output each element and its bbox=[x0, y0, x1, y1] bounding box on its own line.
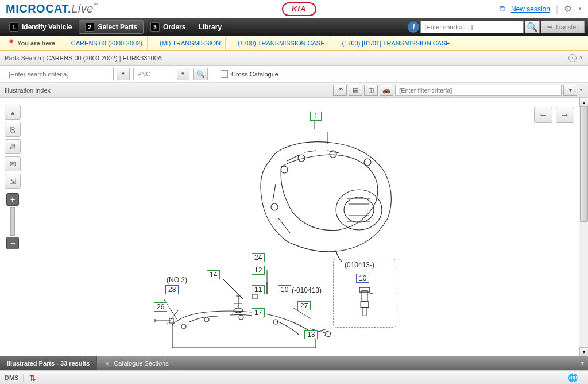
undo-button[interactable]: ↶ bbox=[333, 85, 347, 96]
svg-point-2 bbox=[281, 166, 288, 173]
callout-13[interactable]: 13 bbox=[304, 330, 318, 339]
copy-button[interactable]: ⎘ bbox=[5, 122, 21, 137]
nav-identify-vehicle[interactable]: 1Identify Vehicle bbox=[3, 21, 78, 33]
globe-icon[interactable]: 🌐 bbox=[562, 373, 583, 382]
annotation-no2: (NO.2) bbox=[167, 276, 187, 284]
nav-select-parts[interactable]: 2Select Parts bbox=[79, 20, 144, 34]
callout-11[interactable]: 11 bbox=[252, 285, 265, 294]
callout-28[interactable]: 28 bbox=[165, 285, 179, 294]
pin-icon: 📍 bbox=[7, 39, 16, 47]
shortcut-search-button[interactable]: 🔍 bbox=[525, 21, 540, 33]
callout-14[interactable]: 14 bbox=[207, 270, 220, 279]
cross-catalogue-checkbox[interactable] bbox=[220, 70, 228, 78]
split-view-button[interactable]: ◫ bbox=[364, 85, 378, 96]
lower-assembly-svg bbox=[149, 293, 345, 351]
parts-diagram[interactable]: 1 24 12 14 11 10 17 28 26 27 13 10 (NO.2… bbox=[34, 103, 571, 351]
svg-point-1 bbox=[344, 197, 374, 222]
sensor-svg bbox=[334, 259, 396, 327]
breadcrumb-item-vehicle[interactable]: CARENS 00 (2000-2002) bbox=[67, 40, 147, 47]
breadcrumb-item-group[interactable]: (MI) TRANSMISSION bbox=[155, 40, 225, 47]
tab-illustrated-parts[interactable]: Illustrated Parts - 33 results bbox=[0, 356, 97, 370]
vertical-scrollbar[interactable]: ▴ ▾ bbox=[579, 98, 588, 356]
svg-point-10 bbox=[239, 315, 243, 320]
scroll-up-button[interactable]: ▴ bbox=[579, 98, 588, 107]
svg-point-11 bbox=[273, 320, 278, 324]
annotation-010413a: (-010413) bbox=[292, 286, 322, 294]
info-small-icon[interactable]: i bbox=[568, 54, 577, 62]
annotation-010413b: (010413-) bbox=[345, 261, 374, 269]
transfer-icon: ➥ bbox=[547, 24, 552, 31]
dms-label: DMS bbox=[5, 374, 24, 381]
svg-point-5 bbox=[364, 159, 371, 166]
info-icon[interactable]: i bbox=[408, 21, 419, 33]
illustration-toolbar: Illustration Index ↶ ▦ ◫ 🚗 ▾ ▼ bbox=[0, 83, 588, 98]
svg-point-12 bbox=[234, 308, 243, 313]
search-criteria-input[interactable] bbox=[5, 68, 114, 80]
vehicle-view-button[interactable]: 🚗 bbox=[380, 85, 393, 96]
scroll-down-button[interactable]: ▾ bbox=[579, 347, 588, 356]
breadcrumb-here: 📍You are here bbox=[3, 39, 59, 47]
funnel-button[interactable]: ▾ bbox=[563, 85, 577, 96]
collapse-up-button[interactable]: ▴ bbox=[5, 105, 21, 120]
grid-view-button[interactable]: ▦ bbox=[349, 85, 362, 96]
nav-library[interactable]: Library bbox=[192, 21, 227, 33]
pnc-dropdown-icon[interactable]: ▼ bbox=[177, 68, 189, 80]
callout-17[interactable]: 17 bbox=[252, 308, 265, 317]
transfer-button[interactable]: ➥Transfer bbox=[541, 21, 585, 33]
tabs-dropdown-icon[interactable]: ▼ bbox=[577, 356, 588, 370]
breadcrumb: 📍You are here CARENS 00 (2000-2002) (MI)… bbox=[0, 36, 588, 51]
svg-point-0 bbox=[336, 190, 382, 230]
criteria-dropdown-icon[interactable]: ▼ bbox=[117, 68, 130, 80]
pnc-input[interactable] bbox=[133, 68, 173, 80]
gearbox-svg bbox=[247, 126, 408, 264]
side-toolbar: ▴ ⎘ 🖶 ✉ ⇲ + − bbox=[5, 105, 21, 249]
callout-27[interactable]: 27 bbox=[297, 301, 311, 310]
parts-search-header: Parts Search | CARENS 00 (2000-2002) | E… bbox=[0, 51, 588, 66]
tab-catalogue-sections[interactable]: ★Catalogue Sections bbox=[97, 356, 176, 370]
new-session-link[interactable]: New session bbox=[511, 5, 550, 13]
star-icon: ★ bbox=[104, 359, 110, 367]
callout-12[interactable]: 12 bbox=[252, 266, 265, 275]
new-session-icon: ⧉ bbox=[500, 4, 505, 14]
app-header: MICROCAT.Live™ KIA ⧉ New session | ⚙ ▼ bbox=[0, 0, 588, 18]
svg-point-6 bbox=[271, 203, 278, 210]
info-dropdown-icon[interactable]: ▼ bbox=[579, 55, 583, 60]
dms-plug-icon[interactable]: ⇅ bbox=[24, 373, 42, 382]
zoom-in-button[interactable]: + bbox=[6, 193, 19, 206]
brand-logo: KIA bbox=[282, 2, 316, 16]
callout-10a[interactable]: 10 bbox=[278, 285, 291, 294]
svg-point-9 bbox=[204, 317, 209, 322]
email-button[interactable]: ✉ bbox=[5, 156, 21, 171]
app-logo: MICROCAT.Live™ bbox=[6, 2, 98, 16]
variant-box bbox=[333, 259, 396, 328]
callout-10b[interactable]: 10 bbox=[356, 274, 369, 283]
callout-1[interactable]: 1 bbox=[310, 112, 322, 121]
illustration-index-label: Illustration Index bbox=[5, 87, 51, 94]
zoom-slider[interactable] bbox=[10, 207, 15, 236]
cross-catalogue-label: Cross Catalogue bbox=[231, 71, 278, 78]
gear-icon[interactable]: ⚙ bbox=[564, 3, 572, 14]
status-bar: DMS ⇅ 🌐 bbox=[0, 370, 588, 384]
breadcrumb-item-section[interactable]: (1700) TRANSMISSION CASE bbox=[233, 40, 329, 47]
breadcrumb-item-page[interactable]: (1700) [01/01] TRANSMISSION CASE bbox=[338, 40, 455, 47]
zoom-out-button[interactable]: − bbox=[6, 237, 19, 249]
callout-26[interactable]: 26 bbox=[154, 302, 167, 312]
parts-search-label: Parts Search | CARENS 00 (2000-2002) | E… bbox=[5, 55, 162, 62]
callout-24[interactable]: 24 bbox=[252, 253, 265, 262]
filter-row: ▼ ▼ 🔍 Cross Catalogue bbox=[0, 66, 588, 83]
toolbar-dropdown-icon[interactable]: ▼ bbox=[579, 87, 583, 93]
illustration-viewport: ▴ ⎘ 🖶 ✉ ⇲ + − ← → bbox=[0, 98, 588, 356]
zoom-control: + − bbox=[5, 193, 21, 249]
scroll-thumb[interactable] bbox=[580, 107, 588, 222]
export-button[interactable]: ⇲ bbox=[5, 174, 21, 189]
filter-criteria-input[interactable] bbox=[395, 85, 562, 96]
svg-point-8 bbox=[181, 324, 186, 329]
main-nav: 1Identify Vehicle 2Select Parts 3Orders … bbox=[0, 18, 588, 36]
nav-orders[interactable]: 3Orders bbox=[145, 21, 191, 33]
search-button[interactable]: 🔍 bbox=[193, 68, 208, 80]
shortcut-input[interactable] bbox=[420, 21, 524, 33]
gear-dropdown-icon[interactable]: ▼ bbox=[578, 6, 582, 11]
bottom-tabs: Illustrated Parts - 33 results ★Catalogu… bbox=[0, 356, 588, 370]
print-button[interactable]: 🖶 bbox=[5, 139, 21, 154]
